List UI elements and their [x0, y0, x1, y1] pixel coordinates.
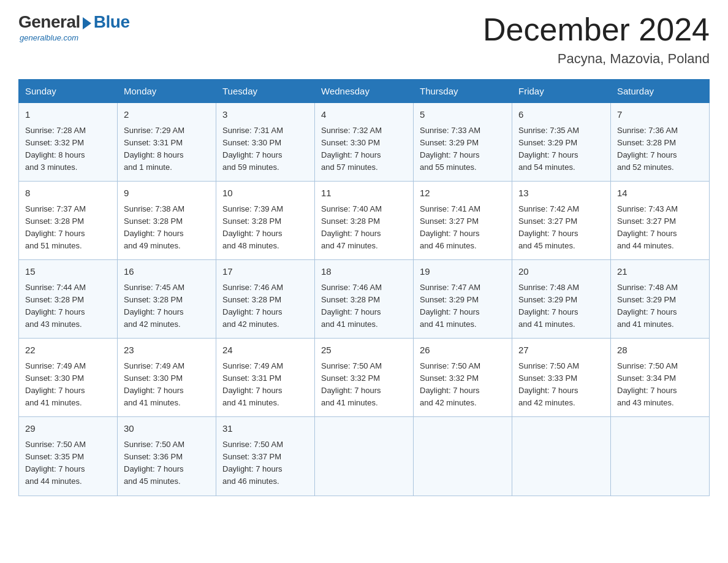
day-info: Sunrise: 7:43 AMSunset: 3:27 PMDaylight:…	[617, 203, 703, 253]
calendar-cell: 6Sunrise: 7:35 AMSunset: 3:29 PMDaylight…	[512, 103, 611, 182]
day-info: Sunrise: 7:50 AMSunset: 3:32 PMDaylight:…	[420, 360, 506, 410]
day-number: 20	[518, 265, 604, 279]
calendar-cell: 10Sunrise: 7:39 AMSunset: 3:28 PMDayligh…	[216, 182, 315, 260]
calendar-cell: 21Sunrise: 7:48 AMSunset: 3:29 PMDayligh…	[611, 260, 710, 339]
day-info: Sunrise: 7:50 AMSunset: 3:36 PMDaylight:…	[124, 439, 210, 488]
day-info: Sunrise: 7:40 AMSunset: 3:28 PMDaylight:…	[321, 203, 407, 253]
day-info: Sunrise: 7:50 AMSunset: 3:32 PMDaylight:…	[321, 360, 407, 410]
calendar-cell: 13Sunrise: 7:42 AMSunset: 3:27 PMDayligh…	[512, 182, 611, 260]
day-info: Sunrise: 7:49 AMSunset: 3:30 PMDaylight:…	[25, 360, 111, 410]
day-number: 22	[25, 343, 111, 358]
calendar-week-row: 29Sunrise: 7:50 AMSunset: 3:35 PMDayligh…	[19, 417, 710, 496]
location-title: Pacyna, Mazovia, Poland	[483, 51, 710, 67]
month-title: December 2024	[483, 12, 710, 47]
day-info: Sunrise: 7:46 AMSunset: 3:28 PMDaylight:…	[321, 282, 407, 331]
day-number: 1	[25, 108, 111, 122]
title-area: December 2024 Pacyna, Mazovia, Poland	[483, 12, 710, 67]
calendar-week-row: 15Sunrise: 7:44 AMSunset: 3:28 PMDayligh…	[19, 260, 710, 339]
day-number: 21	[617, 265, 703, 279]
day-info: Sunrise: 7:35 AMSunset: 3:29 PMDaylight:…	[518, 124, 604, 174]
day-info: Sunrise: 7:50 AMSunset: 3:33 PMDaylight:…	[518, 360, 604, 410]
day-info: Sunrise: 7:45 AMSunset: 3:28 PMDaylight:…	[124, 282, 210, 331]
day-info: Sunrise: 7:41 AMSunset: 3:27 PMDaylight:…	[420, 203, 506, 253]
weekday-header-tuesday: Tuesday	[216, 80, 315, 103]
logo-blue-text: Blue	[94, 12, 130, 32]
weekday-header-sunday: Sunday	[19, 80, 118, 103]
calendar-cell: 27Sunrise: 7:50 AMSunset: 3:33 PMDayligh…	[512, 339, 611, 417]
calendar-cell: 25Sunrise: 7:50 AMSunset: 3:32 PMDayligh…	[315, 339, 414, 417]
calendar-cell: 22Sunrise: 7:49 AMSunset: 3:30 PMDayligh…	[19, 339, 118, 417]
calendar-cell: 4Sunrise: 7:32 AMSunset: 3:30 PMDaylight…	[315, 103, 414, 182]
day-number: 18	[321, 265, 407, 279]
calendar-cell: 3Sunrise: 7:31 AMSunset: 3:30 PMDaylight…	[216, 103, 315, 182]
calendar-cell: 7Sunrise: 7:36 AMSunset: 3:28 PMDaylight…	[611, 103, 710, 182]
calendar-cell: 8Sunrise: 7:37 AMSunset: 3:28 PMDaylight…	[19, 182, 118, 260]
logo-subtitle: generalblue.com	[20, 33, 78, 42]
day-number: 16	[124, 265, 210, 279]
day-number: 17	[222, 265, 308, 279]
day-number: 6	[518, 108, 604, 122]
day-number: 31	[222, 422, 308, 436]
page-header: General Blue generalblue.com December 20…	[18, 12, 710, 67]
day-number: 15	[25, 265, 111, 279]
calendar-cell: 28Sunrise: 7:50 AMSunset: 3:34 PMDayligh…	[611, 339, 710, 417]
calendar-cell: 24Sunrise: 7:49 AMSunset: 3:31 PMDayligh…	[216, 339, 315, 417]
calendar-cell: 18Sunrise: 7:46 AMSunset: 3:28 PMDayligh…	[315, 260, 414, 339]
day-number: 27	[518, 343, 604, 358]
day-info: Sunrise: 7:33 AMSunset: 3:29 PMDaylight:…	[420, 124, 506, 174]
day-info: Sunrise: 7:50 AMSunset: 3:37 PMDaylight:…	[222, 439, 308, 488]
calendar-week-row: 22Sunrise: 7:49 AMSunset: 3:30 PMDayligh…	[19, 339, 710, 417]
day-info: Sunrise: 7:47 AMSunset: 3:29 PMDaylight:…	[420, 282, 506, 331]
day-number: 8	[25, 186, 111, 201]
calendar-cell: 19Sunrise: 7:47 AMSunset: 3:29 PMDayligh…	[414, 260, 512, 339]
day-number: 4	[321, 108, 407, 122]
logo-arrow-icon	[83, 17, 91, 29]
calendar-cell: 31Sunrise: 7:50 AMSunset: 3:37 PMDayligh…	[216, 417, 315, 496]
weekday-header-row: SundayMondayTuesdayWednesdayThursdayFrid…	[19, 80, 710, 103]
day-info: Sunrise: 7:39 AMSunset: 3:28 PMDaylight:…	[222, 203, 308, 253]
day-info: Sunrise: 7:48 AMSunset: 3:29 PMDaylight:…	[518, 282, 604, 331]
day-number: 10	[222, 186, 308, 201]
day-number: 9	[124, 186, 210, 201]
calendar-cell	[611, 417, 710, 496]
day-number: 2	[124, 108, 210, 122]
calendar-cell: 20Sunrise: 7:48 AMSunset: 3:29 PMDayligh…	[512, 260, 611, 339]
weekday-header-friday: Friday	[512, 80, 611, 103]
day-number: 24	[222, 343, 308, 358]
calendar-cell: 1Sunrise: 7:28 AMSunset: 3:32 PMDaylight…	[19, 103, 118, 182]
calendar-cell: 26Sunrise: 7:50 AMSunset: 3:32 PMDayligh…	[414, 339, 512, 417]
day-info: Sunrise: 7:29 AMSunset: 3:31 PMDaylight:…	[124, 124, 210, 174]
day-info: Sunrise: 7:36 AMSunset: 3:28 PMDaylight:…	[617, 124, 703, 174]
day-info: Sunrise: 7:49 AMSunset: 3:30 PMDaylight:…	[124, 360, 210, 410]
calendar-week-row: 8Sunrise: 7:37 AMSunset: 3:28 PMDaylight…	[19, 182, 710, 260]
day-info: Sunrise: 7:48 AMSunset: 3:29 PMDaylight:…	[617, 282, 703, 331]
calendar-cell	[414, 417, 512, 496]
calendar-cell: 30Sunrise: 7:50 AMSunset: 3:36 PMDayligh…	[118, 417, 216, 496]
calendar-week-row: 1Sunrise: 7:28 AMSunset: 3:32 PMDaylight…	[19, 103, 710, 182]
calendar-cell	[512, 417, 611, 496]
day-number: 26	[420, 343, 506, 358]
day-info: Sunrise: 7:50 AMSunset: 3:34 PMDaylight:…	[617, 360, 703, 410]
day-info: Sunrise: 7:37 AMSunset: 3:28 PMDaylight:…	[25, 203, 111, 253]
day-number: 28	[617, 343, 703, 358]
day-info: Sunrise: 7:28 AMSunset: 3:32 PMDaylight:…	[25, 124, 111, 174]
weekday-header-wednesday: Wednesday	[315, 80, 414, 103]
day-number: 13	[518, 186, 604, 201]
day-number: 12	[420, 186, 506, 201]
day-number: 7	[617, 108, 703, 122]
calendar-cell: 23Sunrise: 7:49 AMSunset: 3:30 PMDayligh…	[118, 339, 216, 417]
day-number: 11	[321, 186, 407, 201]
calendar-cell: 14Sunrise: 7:43 AMSunset: 3:27 PMDayligh…	[611, 182, 710, 260]
day-info: Sunrise: 7:44 AMSunset: 3:28 PMDaylight:…	[25, 282, 111, 331]
day-number: 23	[124, 343, 210, 358]
calendar-table: SundayMondayTuesdayWednesdayThursdayFrid…	[18, 79, 710, 496]
day-number: 25	[321, 343, 407, 358]
calendar-cell: 11Sunrise: 7:40 AMSunset: 3:28 PMDayligh…	[315, 182, 414, 260]
day-info: Sunrise: 7:49 AMSunset: 3:31 PMDaylight:…	[222, 360, 308, 410]
weekday-header-saturday: Saturday	[611, 80, 710, 103]
calendar-cell	[315, 417, 414, 496]
calendar-cell: 2Sunrise: 7:29 AMSunset: 3:31 PMDaylight…	[118, 103, 216, 182]
day-number: 19	[420, 265, 506, 279]
day-info: Sunrise: 7:32 AMSunset: 3:30 PMDaylight:…	[321, 124, 407, 174]
calendar-cell: 16Sunrise: 7:45 AMSunset: 3:28 PMDayligh…	[118, 260, 216, 339]
